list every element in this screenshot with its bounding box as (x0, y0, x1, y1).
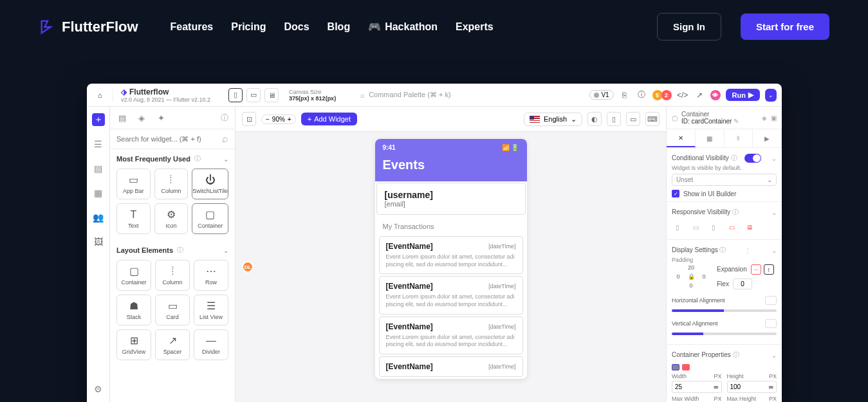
error-badge[interactable]: 2 (661, 90, 672, 100)
device-phone-icon[interactable]: ▯ (228, 88, 243, 102)
wp-info-icon[interactable]: ⓘ (221, 113, 228, 123)
props-tab-design[interactable]: ✕ (667, 129, 696, 147)
widget-column2[interactable]: ⦙Column (155, 260, 190, 291)
nav-features[interactable]: Features (171, 21, 214, 33)
nav-docs[interactable]: Docs (284, 21, 309, 33)
widget-listview[interactable]: ☰List View (194, 295, 228, 325)
v-align-box[interactable] (765, 319, 777, 328)
phone-preview[interactable]: 9:41 📶 🔋 Events [username] [email] My Tr… (375, 139, 527, 379)
brand-logo[interactable]: FlutterFlow (39, 18, 138, 36)
device2-icon[interactable]: ▭ (626, 112, 640, 126)
code-icon[interactable]: </> (677, 89, 688, 101)
info-icon[interactable]: ⓘ (177, 246, 183, 255)
widget-container2[interactable]: ▢Container (116, 260, 151, 291)
zoom-plus-icon[interactable]: + (288, 116, 291, 123)
resp-tablet-land-icon[interactable]: ▭ (726, 223, 737, 232)
chevron-down-icon[interactable]: ⌄ (771, 352, 777, 359)
resp-tablet-icon[interactable]: ▯ (708, 223, 719, 232)
rail-data-icon[interactable]: ▦ (92, 187, 105, 199)
widget-container[interactable]: ▢Container (192, 203, 228, 234)
phone-event-card[interactable]: [EventName][dateTime] (379, 356, 523, 377)
h-align-slider[interactable] (672, 309, 777, 312)
add-widget-button[interactable]: +Add Widget (301, 113, 357, 125)
widget-card[interactable]: ▭Card (155, 295, 190, 325)
exp-h-icon[interactable]: ↔ (751, 264, 761, 275)
start-free-button[interactable]: Start for free (741, 14, 829, 40)
open-icon[interactable]: ↗ (694, 89, 705, 101)
resp-phone-icon[interactable]: ▯ (672, 223, 683, 232)
widget-text[interactable]: TText (116, 203, 151, 234)
language-selector[interactable]: English ⌄ (524, 113, 582, 126)
rail-pages-icon[interactable]: ▤ (92, 162, 105, 175)
chevron-down-icon[interactable]: ⌄ (771, 155, 777, 162)
rail-media-icon[interactable]: 🖼 (92, 235, 105, 248)
props-tab-actions[interactable]: ▶ (753, 129, 782, 147)
widget-search-input[interactable] (116, 135, 222, 143)
cond-vis-toggle[interactable] (744, 154, 761, 163)
home-icon[interactable]: ⌂ (92, 87, 107, 103)
widget-appbar[interactable]: ▭App Bar (116, 169, 151, 199)
device-tablet-icon[interactable]: ▭ (246, 88, 261, 102)
rail-tree-icon[interactable]: ☰ (92, 138, 105, 151)
pad-bottom[interactable]: 0 (685, 281, 697, 290)
props-tab-data[interactable]: ⦀ (725, 129, 753, 147)
widget-icon[interactable]: ⚙Icon (154, 203, 189, 234)
zoom-control[interactable]: − 90% + (261, 114, 296, 124)
rail-add-icon[interactable]: ＋ (92, 113, 105, 126)
layers-icon[interactable]: ▣ (771, 114, 777, 122)
info-icon[interactable]: ⓘ (636, 89, 647, 101)
nav-hackathon[interactable]: 🎮Hackathon (368, 21, 438, 33)
props-tab-layout[interactable]: ▦ (696, 129, 725, 147)
show-builder-checkbox[interactable]: ✓ (672, 190, 679, 197)
color-2[interactable] (682, 364, 690, 370)
info-icon[interactable]: ⓘ (194, 154, 201, 163)
eye-badge[interactable]: 👁 (710, 90, 721, 100)
copy-icon[interactable]: ⎘ (619, 89, 631, 101)
keyboard-icon[interactable]: ⌨ (645, 112, 660, 126)
height-input[interactable]: 100∞ (727, 381, 777, 393)
widget-divider[interactable]: —Divider (194, 329, 228, 360)
wp-tab-diamond-icon[interactable]: ◈ (136, 112, 147, 123)
widget-switchlisttile[interactable]: ⏻SwitchListTile (192, 169, 228, 199)
pad-top[interactable]: 20 (685, 263, 697, 272)
version-pill[interactable]: V1 (589, 90, 613, 100)
diamond-icon[interactable]: ◈ (762, 114, 767, 122)
run-button[interactable]: Run▶ (726, 89, 760, 101)
signin-button[interactable]: Sign In (657, 13, 721, 41)
exp-v-icon[interactable]: ↕ (764, 264, 774, 275)
command-palette[interactable]: ⌕ Command Palette (⌘ + k) (360, 91, 584, 99)
phone-event-card[interactable]: [EventName][dateTime] Event Lorem ipsum … (379, 236, 523, 274)
resp-phone-land-icon[interactable]: ▭ (690, 223, 701, 232)
nav-blog[interactable]: Blog (328, 21, 351, 33)
flex-input[interactable] (733, 279, 752, 289)
more-icon[interactable]: ⋮ (744, 247, 751, 254)
widget-row[interactable]: ⋯Row (194, 260, 228, 291)
widget-stack[interactable]: ☗Stack (116, 295, 151, 325)
run-dropdown[interactable]: ⌄ (765, 89, 777, 102)
chevron-down-icon[interactable]: ⌄ (223, 156, 228, 163)
pad-right[interactable]: 0 (697, 272, 710, 281)
chevron-down-icon[interactable]: ⌄ (771, 209, 777, 216)
widget-spacer[interactable]: ↗Spacer (155, 329, 190, 360)
nav-experts[interactable]: Experts (456, 21, 494, 33)
color-1[interactable] (672, 364, 679, 370)
theme-icon[interactable]: ◐ (587, 112, 602, 126)
chevron-down-icon[interactable]: ⌄ (223, 247, 228, 254)
resp-desktop-icon[interactable]: 🖥 (744, 223, 755, 232)
fit-icon[interactable]: ⊡ (242, 112, 256, 126)
widget-gridview[interactable]: ⊞GridView (116, 329, 151, 360)
widget-column[interactable]: ⦙Column (154, 169, 189, 199)
zoom-minus-icon[interactable]: − (266, 116, 270, 123)
h-align-box[interactable] (765, 296, 777, 305)
width-input[interactable]: 25∞ (672, 381, 722, 393)
nav-pricing[interactable]: Pricing (231, 21, 266, 33)
rail-users-icon[interactable]: 👥 (92, 211, 105, 224)
wp-tab-widgets-icon[interactable]: ▤ (116, 112, 128, 123)
lock-icon[interactable]: 🔒 (685, 272, 697, 281)
edit-icon[interactable]: ✎ (734, 118, 739, 125)
rail-settings-icon[interactable]: ⚙ (92, 383, 105, 396)
device-desktop-icon[interactable]: 🖥 (264, 88, 279, 102)
chevron-down-icon[interactable]: ⌄ (771, 247, 777, 254)
phone-event-card[interactable]: [EventName][dateTime] Event Lorem ipsum … (379, 276, 523, 314)
widget-search[interactable]: ⌕ (110, 129, 235, 149)
